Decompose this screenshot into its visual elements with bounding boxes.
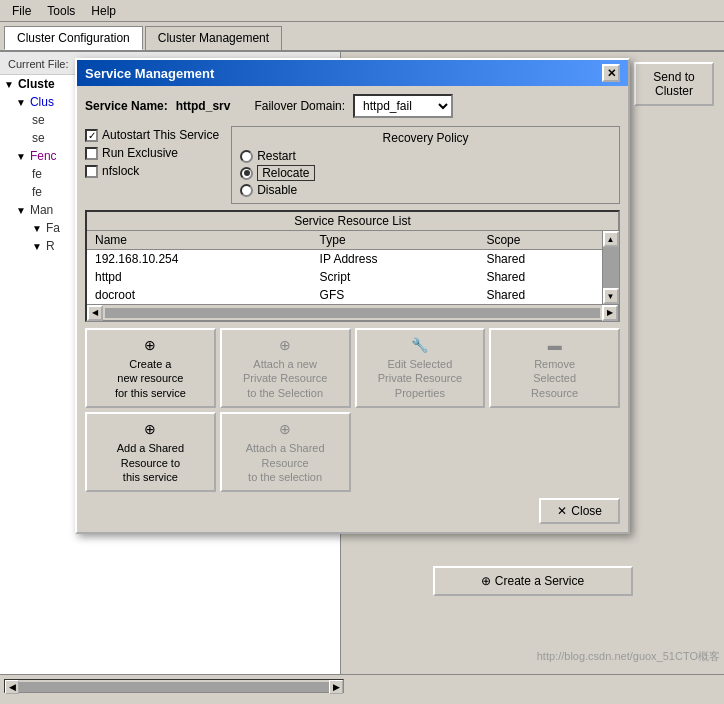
recovery-policy-title: Recovery Policy [240, 131, 611, 145]
resource-name-0: 192.168.10.254 [87, 250, 312, 269]
dialog-body: Service Name: httpd_srv Failover Domain:… [77, 86, 628, 532]
attach-private-label: Attach a newPrivate Resourceto the Selec… [243, 357, 327, 400]
resource-type-1: Script [312, 268, 479, 286]
col-name: Name [87, 231, 312, 250]
attach-shared-label: Attach a SharedResourceto the selection [246, 441, 325, 484]
resource-row-1[interactable]: httpd Script Shared [87, 268, 602, 286]
restart-radio[interactable] [240, 150, 253, 163]
attach-shared-icon: ⊕ [279, 420, 291, 438]
resource-scope-1: Shared [478, 268, 602, 286]
service-name-label: Service Name: [85, 99, 168, 113]
close-dialog-button[interactable]: ✕ Close [539, 498, 620, 524]
nfslock-checkbox[interactable] [85, 165, 98, 178]
nfslock-label: nfslock [102, 164, 139, 178]
attach-shared-resource-button[interactable]: ⊕ Attach a SharedResourceto the selectio… [220, 412, 351, 492]
dialog-title: Service Management [85, 66, 214, 81]
attach-private-resource-button[interactable]: ⊕ Attach a newPrivate Resourceto the Sel… [220, 328, 351, 408]
dialog-titlebar: Service Management ✕ [77, 60, 628, 86]
edit-private-icon: 🔧 [411, 336, 428, 354]
nfslock-checkbox-item: nfslock [85, 164, 219, 178]
add-shared-resource-button[interactable]: ⊕ Add a SharedResource tothis service [85, 412, 216, 492]
hscroll-track [105, 308, 600, 318]
dialog-close-x-button[interactable]: ✕ [602, 64, 620, 82]
resource-list-section: Service Resource List Name Type Scope [85, 210, 620, 322]
disable-radio-item: Disable [240, 183, 611, 197]
restart-radio-item: Restart [240, 149, 611, 163]
resource-name-1: httpd [87, 268, 312, 286]
hscroll-right-button[interactable]: ▶ [602, 305, 618, 321]
vscroll-down-button[interactable]: ▼ [603, 288, 619, 304]
restart-label: Restart [257, 149, 296, 163]
remove-selected-resource-button[interactable]: ▬ RemoveSelectedResource [489, 328, 620, 408]
resource-row-0[interactable]: 192.168.10.254 IP Address Shared [87, 250, 602, 269]
resource-table-area: Name Type Scope 192.168.10.254 IP Addres… [87, 231, 602, 304]
service-management-dialog: Service Management ✕ Service Name: httpd… [75, 58, 630, 534]
resource-name-2: docroot [87, 286, 312, 304]
relocate-radio[interactable] [240, 167, 253, 180]
create-new-resource-icon: ⊕ [144, 336, 156, 354]
remove-selected-icon: ▬ [548, 336, 562, 354]
add-shared-label: Add a SharedResource tothis service [117, 441, 184, 484]
col-scope: Scope [478, 231, 602, 250]
close-icon: ✕ [557, 504, 567, 518]
relocate-radio-item: Relocate [240, 165, 611, 181]
autostart-label: Autostart This Service [102, 128, 219, 142]
resource-scope-2: Shared [478, 286, 602, 304]
resource-type-2: GFS [312, 286, 479, 304]
autostart-checkbox[interactable]: ✓ [85, 129, 98, 142]
disable-radio[interactable] [240, 184, 253, 197]
vscroll-up-button[interactable]: ▲ [603, 231, 619, 247]
relocate-label: Relocate [257, 165, 314, 181]
failover-domain-select[interactable]: httpd_fail [353, 94, 453, 118]
resource-row-2[interactable]: docroot GFS Shared [87, 286, 602, 304]
run-exclusive-checkbox-item: Run Exclusive [85, 146, 219, 160]
modal-overlay: Service Management ✕ Service Name: httpd… [0, 0, 724, 704]
empty-cell-1 [355, 412, 486, 492]
resource-list-hscrollbar: ◀ ▶ [87, 304, 618, 320]
service-name-value: httpd_srv [176, 99, 231, 113]
edit-private-props-label: Edit SelectedPrivate ResourceProperties [378, 357, 462, 400]
create-new-resource-label: Create anew resourcefor this service [115, 357, 186, 400]
close-label: Close [571, 504, 602, 518]
resource-table-header: Name Type Scope [87, 231, 602, 250]
service-name-row: Service Name: httpd_srv Failover Domain:… [85, 94, 620, 118]
run-exclusive-label: Run Exclusive [102, 146, 178, 160]
resource-list-vscrollbar: ▲ ▼ [602, 231, 618, 304]
action-buttons: ⊕ Create anew resourcefor this service ⊕… [85, 328, 620, 492]
resource-scope-0: Shared [478, 250, 602, 269]
resource-table-wrapper: Name Type Scope 192.168.10.254 IP Addres… [87, 231, 618, 304]
create-new-resource-button[interactable]: ⊕ Create anew resourcefor this service [85, 328, 216, 408]
bottom-row: ✕ Close [85, 498, 620, 524]
run-exclusive-checkbox[interactable] [85, 147, 98, 160]
resource-table: Name Type Scope 192.168.10.254 IP Addres… [87, 231, 602, 304]
resource-list-title: Service Resource List [87, 212, 618, 231]
resource-type-0: IP Address [312, 250, 479, 269]
options-row: ✓ Autostart This Service Run Exclusive n… [85, 126, 620, 204]
recovery-section: Recovery Policy Restart Relocate Disable [231, 126, 620, 204]
autostart-checkbox-item: ✓ Autostart This Service [85, 128, 219, 142]
attach-private-icon: ⊕ [279, 336, 291, 354]
vscroll-track [603, 247, 619, 288]
col-type: Type [312, 231, 479, 250]
checkboxes-col: ✓ Autostart This Service Run Exclusive n… [85, 126, 219, 204]
failover-domain-label: Failover Domain: [254, 99, 345, 113]
recovery-wrapper: Recovery Policy Restart Relocate Disable [231, 126, 620, 204]
add-shared-icon: ⊕ [144, 420, 156, 438]
disable-label: Disable [257, 183, 297, 197]
remove-selected-label: RemoveSelectedResource [531, 357, 578, 400]
empty-cell-2 [489, 412, 620, 492]
edit-private-props-button[interactable]: 🔧 Edit SelectedPrivate ResourcePropertie… [355, 328, 486, 408]
hscroll-left-button[interactable]: ◀ [87, 305, 103, 321]
